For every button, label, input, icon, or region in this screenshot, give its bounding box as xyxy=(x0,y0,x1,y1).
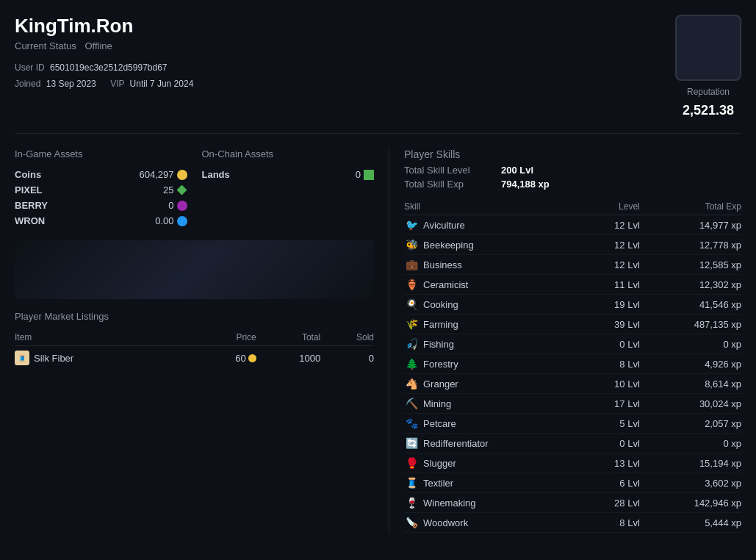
skill-exp: 0 xp xyxy=(640,334,741,354)
coins-label: Coins xyxy=(15,169,41,180)
asset-row-lands: Lands 0 xyxy=(202,167,375,182)
market-col-price: Price xyxy=(193,329,256,346)
skill-level: 28 Lvl xyxy=(585,493,640,513)
skill-name-cell: 🌲 Forestry xyxy=(404,354,585,374)
pixel-label: PIXEL xyxy=(15,184,43,195)
joined-value: 13 Sep 2023 xyxy=(46,79,96,89)
banner xyxy=(15,240,374,299)
skill-name-cell: 🏺 Ceramicist xyxy=(404,275,585,295)
skill-level: 0 Lvl xyxy=(585,434,640,453)
reputation-value: 2,521.38 xyxy=(683,103,734,118)
skill-name-cell: 🌾 Farming xyxy=(404,315,585,334)
market-col-sold: Sold xyxy=(320,329,374,346)
skill-row: 🧵 Textiler 6 Lvl 3,602 xp xyxy=(404,473,741,493)
skill-level: 17 Lvl xyxy=(585,394,640,414)
skill-name-cell: 🎣 Fishing xyxy=(404,334,585,354)
skill-level: 39 Lvl xyxy=(585,315,640,334)
skill-exp: 41,546 xp xyxy=(640,295,741,315)
skills-header: Player Skills Total Skill Level 200 Lvl … xyxy=(404,148,741,190)
skill-row: 🏺 Ceramicist 11 Lvl 12,302 xp xyxy=(404,275,741,295)
reputation-label: Reputation xyxy=(687,87,730,97)
skill-name-cell: 🥊 Slugger xyxy=(404,453,585,473)
skill-name-cell: 💼 Business xyxy=(404,255,585,275)
reputation-box: Reputation 2,521.38 xyxy=(675,15,741,118)
total-level-value: 200 Lvl xyxy=(501,165,533,176)
market-title: Player Market Listings xyxy=(15,311,374,322)
skill-name: Granger xyxy=(423,378,458,390)
coins-value: 604,297 xyxy=(140,169,187,180)
skill-emoji: 🎣 xyxy=(404,338,419,350)
user-id-label: User ID xyxy=(15,62,45,73)
skill-level: 10 Lvl xyxy=(585,374,640,394)
market-col-item: Item xyxy=(15,329,193,346)
skill-row: ⛏️ Mining 17 Lvl 30,024 xp xyxy=(404,394,741,414)
skill-emoji: 🐾 xyxy=(404,417,419,429)
asset-row-wron: WRON 0.00 xyxy=(15,213,187,229)
asset-row-berry: BERRY 0 xyxy=(15,198,187,213)
market-price-value: 60 xyxy=(235,353,245,364)
skill-name-cell: 🍷 Winemaking xyxy=(404,493,585,513)
skill-name: Slugger xyxy=(423,458,456,469)
skill-row: 🐾 Petcare 5 Lvl 2,057 xp xyxy=(404,414,741,434)
skill-name: Winemaking xyxy=(423,498,476,509)
skill-level: 11 Lvl xyxy=(585,275,640,295)
vip-label: VIP xyxy=(110,79,124,89)
user-id-value: 6501019ec3e2512d5997bd67 xyxy=(50,62,168,73)
skill-exp: 14,977 xp xyxy=(640,215,741,235)
berry-value: 0 xyxy=(168,200,187,211)
skills-summary-exp: Total Skill Exp 794,188 xp xyxy=(404,179,741,190)
skill-exp: 4,926 xp xyxy=(640,354,741,374)
skills-summary-level: Total Skill Level 200 Lvl xyxy=(404,165,741,176)
user-id-row: User ID 6501019ec3e2512d5997bd67 xyxy=(15,60,193,76)
market-price: 60 xyxy=(193,346,256,370)
skill-exp: 8,614 xp xyxy=(640,374,741,394)
market-sold: 0 xyxy=(320,346,374,370)
wron-value: 0.00 xyxy=(155,215,187,226)
skill-name-cell: 🪚 Woodwork xyxy=(404,513,585,533)
skill-level: 12 Lvl xyxy=(585,235,640,255)
market-col-total: Total xyxy=(256,329,321,346)
skill-name: Beekeeping xyxy=(423,240,474,251)
skill-level: 13 Lvl xyxy=(585,453,640,473)
pixel-value: 25 xyxy=(163,184,187,195)
skill-level: 8 Lvl xyxy=(585,513,640,533)
skill-emoji: 🍳 xyxy=(404,298,419,310)
silk-fiber-icon: 🧵 xyxy=(15,351,29,365)
market-total: 1000 xyxy=(256,346,321,370)
skill-emoji: ⛏️ xyxy=(404,398,419,409)
skill-row: 💼 Business 12 Lvl 12,585 xp xyxy=(404,255,741,275)
skill-level: 5 Lvl xyxy=(585,414,640,434)
status-label: Current Status xyxy=(15,40,76,51)
skill-name: Woodwork xyxy=(423,517,468,528)
skill-name: Cooking xyxy=(423,299,458,310)
asset-row-pixel: PIXEL 25 xyxy=(15,182,187,198)
skill-row: 🔄 Redifferentiator 0 Lvl 0 xp xyxy=(404,434,741,453)
skill-name: Farming xyxy=(423,319,458,330)
user-info: User ID 6501019ec3e2512d5997bd67 Joined … xyxy=(15,60,193,92)
price-coin-icon xyxy=(248,354,256,362)
skill-name: Mining xyxy=(423,398,451,409)
skill-row: 🐴 Granger 10 Lvl 8,614 xp xyxy=(404,374,741,394)
assets-row: In-Game Assets Coins 604,297 PIXEL 25 xyxy=(15,148,374,229)
skill-col-exp: Total Exp xyxy=(640,198,741,215)
skill-exp: 0 xp xyxy=(640,434,741,453)
skill-name-cell: ⛏️ Mining xyxy=(404,394,585,414)
land-icon xyxy=(364,170,374,180)
pixel-icon xyxy=(177,185,187,195)
asset-table: Coins 604,297 PIXEL 25 BERRY xyxy=(15,167,187,229)
skill-name-cell: 🧵 Textiler xyxy=(404,473,585,493)
wron-icon xyxy=(177,216,187,226)
skill-row: 🐦 Aviculture 12 Lvl 14,977 xp xyxy=(404,215,741,235)
berry-label: BERRY xyxy=(15,200,48,211)
skill-exp: 2,057 xp xyxy=(640,414,741,434)
total-exp-value: 794,188 xp xyxy=(501,179,550,190)
skill-name-cell: 🍳 Cooking xyxy=(404,295,585,315)
skill-name-cell: 🐦 Aviculture xyxy=(404,215,585,235)
skill-col-level: Level xyxy=(585,198,640,215)
skill-name: Fishing xyxy=(423,339,454,350)
skill-exp: 12,585 xp xyxy=(640,255,741,275)
skill-exp: 12,302 xp xyxy=(640,275,741,295)
skills-title: Player Skills xyxy=(404,148,741,160)
skill-exp: 5,444 xp xyxy=(640,513,741,533)
status-line: Current Status Offline xyxy=(15,40,193,51)
